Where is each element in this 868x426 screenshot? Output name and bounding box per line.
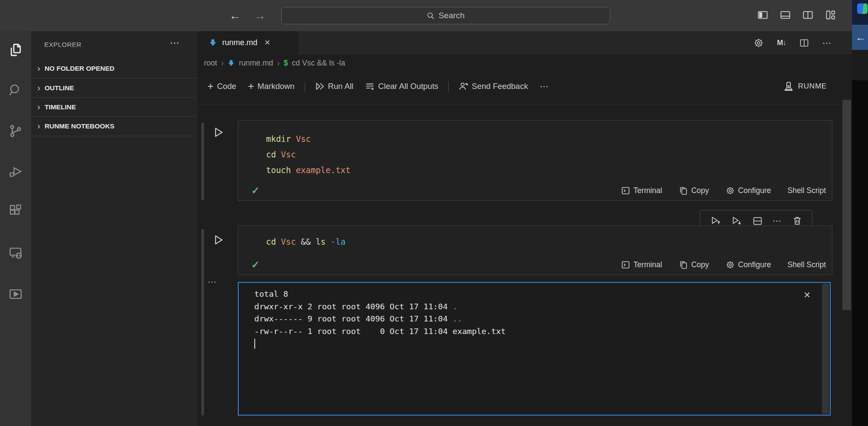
cell-focus-bar[interactable] xyxy=(201,229,204,416)
cell-focus-bar[interactable] xyxy=(201,123,204,200)
clear-all-outputs-icon xyxy=(365,82,375,91)
source-control-icon[interactable] xyxy=(8,124,23,138)
cell-code[interactable]: cd Vsc && ls -la xyxy=(266,234,345,249)
sidebar-title: EXPLORER xyxy=(44,41,82,48)
plus-icon: + xyxy=(207,80,214,92)
toolbar-divider xyxy=(197,105,852,105)
background-window-body xyxy=(852,50,868,80)
explorer-icon[interactable] xyxy=(8,43,23,57)
breadcrumb-command[interactable]: cd Vsc && ls -la xyxy=(292,59,345,68)
notebook-more-actions-icon[interactable]: ⋯ xyxy=(540,81,549,92)
tab-runme-md[interactable]: runme.md ✕ xyxy=(197,31,298,54)
notebook-toolbar: + Code + Markdown Run All xyxy=(207,73,549,100)
search-icon xyxy=(427,12,435,20)
sidebar-section-no-folder-opened[interactable]: › NO FOLDER OPENED xyxy=(31,59,197,78)
editor-more-actions-icon[interactable]: ⋯ xyxy=(822,38,832,48)
copy-button[interactable]: Copy xyxy=(679,260,709,269)
add-code-cell-button[interactable]: + Code xyxy=(207,80,236,92)
background-back-icon: ← xyxy=(855,31,866,43)
sidebar-section-timeline[interactable]: › TIMELINE xyxy=(31,97,197,117)
chevron-right-icon: › xyxy=(277,58,279,68)
add-markdown-cell-button[interactable]: + Markdown xyxy=(248,80,294,92)
success-check-icon: ✓ xyxy=(251,259,260,271)
background-window-titlebar xyxy=(852,0,868,25)
copy-button[interactable]: Copy xyxy=(679,186,709,195)
kernel-picker-runme[interactable]: RUNME xyxy=(783,76,827,96)
split-editor-layout-icon[interactable] xyxy=(802,9,814,21)
output-scrollbar[interactable] xyxy=(822,284,829,414)
editor-tab-bar: runme.md ✕ M↓ ⋯ xyxy=(197,31,852,54)
run-cell-button[interactable] xyxy=(212,233,225,246)
activity-bar xyxy=(0,31,31,426)
configure-button[interactable]: Configure xyxy=(726,186,771,195)
split-cell-icon[interactable] xyxy=(752,216,763,226)
chevron-right-icon: › xyxy=(37,121,40,131)
back-icon[interactable]: ← xyxy=(229,8,241,23)
settings-gear-icon[interactable] xyxy=(753,38,764,48)
terminal-cursor xyxy=(254,338,255,349)
search-placeholder: Search xyxy=(438,11,464,20)
runme-file-icon xyxy=(209,39,217,47)
tab-close-icon[interactable]: ✕ xyxy=(264,38,270,47)
extensions-icon[interactable] xyxy=(8,203,23,218)
screen: ← → Search xyxy=(0,0,868,426)
chevron-right-icon: › xyxy=(221,58,224,68)
run-all-button[interactable]: Run All xyxy=(315,82,354,91)
output-text: total 8drwxr-xr-x 2 root root 4096 Oct 1… xyxy=(254,288,506,338)
code-cell-1[interactable]: mkdir Vsccd Vsctouch example.txt ✓ Termi… xyxy=(238,120,832,201)
vscode-window: ← → Search xyxy=(0,0,852,426)
customize-layout-icon[interactable] xyxy=(825,9,836,21)
run-and-debug-icon[interactable] xyxy=(8,164,23,179)
markdown-preview-icon[interactable]: M↓ xyxy=(777,39,786,47)
remote-explorer-icon[interactable] xyxy=(8,246,23,260)
run-cell-button[interactable] xyxy=(212,126,225,139)
search-input[interactable]: Search xyxy=(281,7,610,24)
run-all-icon xyxy=(315,82,325,91)
execute-above-icon[interactable] xyxy=(710,215,721,226)
toggle-panel-icon[interactable] xyxy=(779,9,791,21)
output-close-icon[interactable]: ✕ xyxy=(803,290,811,300)
toggle-sidebar-icon[interactable] xyxy=(757,9,769,21)
background-window-toolbar: ← xyxy=(852,25,868,50)
runme-panel-icon[interactable] xyxy=(8,287,23,301)
clear-all-outputs-button[interactable]: Clear All Outputs xyxy=(365,82,438,91)
cell-output[interactable]: total 8drwxr-xr-x 2 root root 4096 Oct 1… xyxy=(238,282,831,416)
breadcrumb-prompt-symbol: $ xyxy=(284,59,288,68)
explorer-sidebar: EXPLORER ⋯ › NO FOLDER OPENED › OUTLINE … xyxy=(31,31,197,426)
feedback-person-icon xyxy=(459,82,468,91)
tab-label: runme.md xyxy=(222,38,257,47)
chevron-right-icon: › xyxy=(37,83,40,93)
cell-language-label[interactable]: Shell Script xyxy=(787,260,826,269)
configure-button[interactable]: Configure xyxy=(726,260,771,269)
cell-language-label[interactable]: Shell Script xyxy=(787,186,826,195)
runme-file-icon xyxy=(227,59,235,67)
output-gutter-more-icon[interactable]: ⋯ xyxy=(207,277,217,287)
execute-below-icon[interactable] xyxy=(731,215,742,226)
runme-logo-icon xyxy=(783,81,794,92)
background-window-strip: ← xyxy=(852,0,868,426)
open-terminal-button[interactable]: Terminal xyxy=(621,260,662,269)
sidebar-section-outline[interactable]: › OUTLINE xyxy=(31,78,197,98)
chevron-right-icon: › xyxy=(37,63,40,73)
code-cell-2[interactable]: cd Vsc && ls -la ✓ Terminal xyxy=(238,226,832,275)
open-terminal-button[interactable]: Terminal xyxy=(621,186,662,195)
sidebar-more-icon[interactable]: ⋯ xyxy=(170,37,180,49)
breadcrumb-file[interactable]: runme.md xyxy=(239,59,273,68)
background-app-icon xyxy=(857,3,868,14)
sidebar-section-runme-notebooks[interactable]: › RUNME NOTEBOOKS xyxy=(31,116,197,136)
plus-icon: + xyxy=(248,80,254,92)
cell-more-actions-icon[interactable]: ⋯ xyxy=(773,216,782,226)
search-view-icon[interactable] xyxy=(8,83,23,98)
breadcrumb: root › runme.md › $ cd Vsc && ls -la xyxy=(204,55,345,71)
title-bar: ← → Search xyxy=(0,0,852,31)
split-editor-icon[interactable] xyxy=(799,38,809,48)
breadcrumb-root[interactable]: root xyxy=(204,59,217,68)
cell-code[interactable]: mkdir Vsccd Vsctouch example.txt xyxy=(266,131,350,178)
send-feedback-button[interactable]: Send Feedback xyxy=(459,82,528,91)
chevron-right-icon: › xyxy=(37,102,40,112)
success-check-icon: ✓ xyxy=(251,185,260,197)
editor-scrollbar-thumb[interactable] xyxy=(842,100,851,310)
delete-cell-icon[interactable] xyxy=(792,216,802,226)
forward-icon[interactable]: → xyxy=(254,8,266,23)
